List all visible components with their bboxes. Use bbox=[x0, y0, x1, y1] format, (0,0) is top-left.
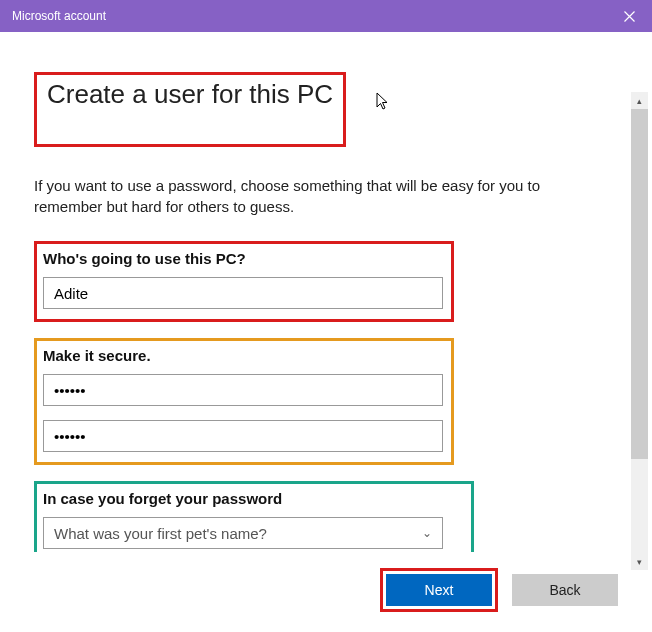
main-content: Create a user for this PC If you want to… bbox=[34, 32, 618, 552]
security-question-select[interactable]: What was your first pet's name? ⌄ bbox=[43, 517, 443, 549]
page-title: Create a user for this PC bbox=[47, 79, 333, 110]
titlebar: Microsoft account bbox=[0, 0, 652, 32]
page-subtitle: If you want to use a password, choose so… bbox=[34, 175, 594, 217]
password-label: Make it secure. bbox=[43, 347, 445, 364]
window-title: Microsoft account bbox=[12, 9, 106, 23]
password-input[interactable] bbox=[43, 374, 443, 406]
scrollbar[interactable]: ▴ ▾ bbox=[631, 92, 648, 570]
scroll-up-arrow[interactable]: ▴ bbox=[631, 92, 648, 109]
scroll-down-arrow[interactable]: ▾ bbox=[631, 553, 648, 570]
chevron-down-icon: ⌄ bbox=[422, 526, 432, 540]
close-button[interactable] bbox=[606, 0, 652, 32]
back-button[interactable]: Back bbox=[512, 574, 618, 606]
close-icon bbox=[624, 11, 635, 22]
security-question-section: In case you forget your password What wa… bbox=[34, 481, 474, 552]
confirm-password-input[interactable] bbox=[43, 420, 443, 452]
next-button[interactable]: Next bbox=[386, 574, 492, 606]
security-question-text: What was your first pet's name? bbox=[54, 525, 267, 542]
scrollbar-thumb[interactable] bbox=[631, 109, 648, 459]
heading-highlight: Create a user for this PC bbox=[34, 72, 346, 147]
username-section: Who's going to use this PC? bbox=[34, 241, 454, 322]
next-button-highlight: Next bbox=[380, 568, 498, 612]
footer-buttons: Next Back bbox=[380, 568, 618, 612]
username-input[interactable] bbox=[43, 277, 443, 309]
username-label: Who's going to use this PC? bbox=[43, 250, 445, 267]
security-label: In case you forget your password bbox=[43, 490, 465, 507]
password-section: Make it secure. bbox=[34, 338, 454, 465]
